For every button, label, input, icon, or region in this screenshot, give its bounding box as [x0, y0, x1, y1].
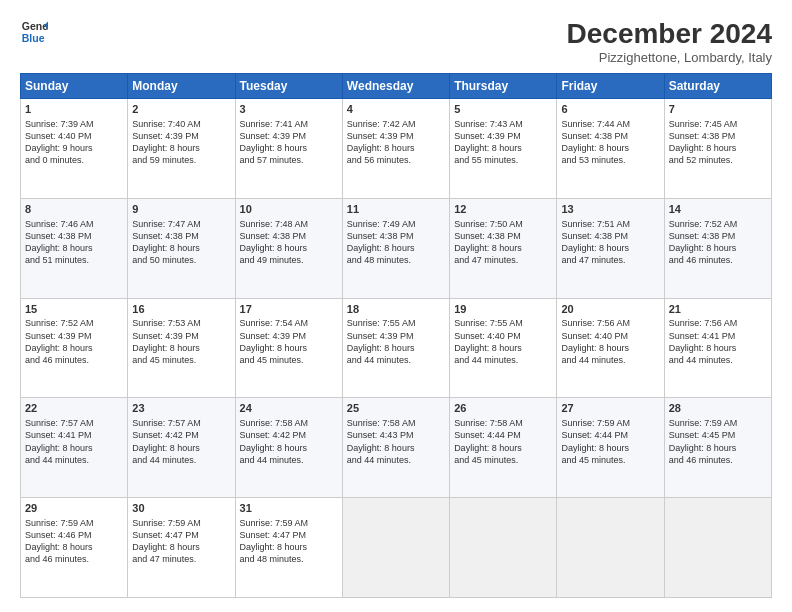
- day-info: and 46 minutes.: [25, 354, 123, 366]
- table-row: 8Sunrise: 7:46 AMSunset: 4:38 PMDaylight…: [21, 198, 128, 298]
- day-info: Sunset: 4:39 PM: [132, 130, 230, 142]
- month-title: December 2024: [567, 18, 772, 50]
- table-row: 21Sunrise: 7:56 AMSunset: 4:41 PMDayligh…: [664, 298, 771, 398]
- day-info: and 44 minutes.: [669, 354, 767, 366]
- table-row: 22Sunrise: 7:57 AMSunset: 4:41 PMDayligh…: [21, 398, 128, 498]
- day-info: and 45 minutes.: [454, 454, 552, 466]
- day-info: Daylight: 8 hours: [561, 142, 659, 154]
- day-info: Daylight: 8 hours: [25, 342, 123, 354]
- day-info: Daylight: 8 hours: [669, 142, 767, 154]
- day-info: Sunset: 4:42 PM: [240, 429, 338, 441]
- day-info: and 48 minutes.: [240, 553, 338, 565]
- day-number: 20: [561, 302, 659, 317]
- col-thursday: Thursday: [450, 74, 557, 99]
- day-number: 24: [240, 401, 338, 416]
- day-number: 18: [347, 302, 445, 317]
- day-info: Sunset: 4:39 PM: [240, 130, 338, 142]
- table-row: 4Sunrise: 7:42 AMSunset: 4:39 PMDaylight…: [342, 99, 449, 199]
- day-info: and 45 minutes.: [561, 454, 659, 466]
- day-info: Sunrise: 7:48 AM: [240, 218, 338, 230]
- day-info: Sunrise: 7:56 AM: [669, 317, 767, 329]
- day-info: Sunset: 4:38 PM: [454, 230, 552, 242]
- day-info: and 44 minutes.: [347, 354, 445, 366]
- day-number: 11: [347, 202, 445, 217]
- day-info: and 45 minutes.: [132, 354, 230, 366]
- header: General Blue December 2024 Pizzighettone…: [20, 18, 772, 65]
- day-info: Daylight: 8 hours: [561, 442, 659, 454]
- col-saturday: Saturday: [664, 74, 771, 99]
- day-number: 7: [669, 102, 767, 117]
- day-info: Sunset: 4:43 PM: [347, 429, 445, 441]
- day-info: Daylight: 8 hours: [132, 541, 230, 553]
- day-info: and 46 minutes.: [669, 454, 767, 466]
- table-row: [450, 498, 557, 598]
- day-info: and 47 minutes.: [561, 254, 659, 266]
- day-info: Daylight: 8 hours: [25, 442, 123, 454]
- day-info: Sunrise: 7:57 AM: [132, 417, 230, 429]
- day-info: and 50 minutes.: [132, 254, 230, 266]
- day-info: and 47 minutes.: [454, 254, 552, 266]
- day-info: Sunset: 4:46 PM: [25, 529, 123, 541]
- table-row: 20Sunrise: 7:56 AMSunset: 4:40 PMDayligh…: [557, 298, 664, 398]
- day-info: Sunset: 4:38 PM: [25, 230, 123, 242]
- day-number: 17: [240, 302, 338, 317]
- day-info: Sunrise: 7:59 AM: [132, 517, 230, 529]
- day-info: Sunset: 4:38 PM: [240, 230, 338, 242]
- day-info: Sunrise: 7:46 AM: [25, 218, 123, 230]
- day-info: Sunrise: 7:59 AM: [240, 517, 338, 529]
- day-info: Sunset: 4:39 PM: [240, 330, 338, 342]
- day-info: Sunrise: 7:59 AM: [25, 517, 123, 529]
- day-info: Sunset: 4:41 PM: [25, 429, 123, 441]
- logo-icon: General Blue: [20, 18, 48, 46]
- day-info: Sunrise: 7:51 AM: [561, 218, 659, 230]
- title-block: December 2024 Pizzighettone, Lombardy, I…: [567, 18, 772, 65]
- day-info: Daylight: 8 hours: [240, 342, 338, 354]
- day-info: and 59 minutes.: [132, 154, 230, 166]
- day-number: 3: [240, 102, 338, 117]
- day-info: Daylight: 8 hours: [454, 242, 552, 254]
- day-info: Daylight: 8 hours: [561, 342, 659, 354]
- day-number: 27: [561, 401, 659, 416]
- day-info: and 46 minutes.: [669, 254, 767, 266]
- day-info: Sunrise: 7:50 AM: [454, 218, 552, 230]
- day-info: and 48 minutes.: [347, 254, 445, 266]
- day-info: Sunset: 4:38 PM: [347, 230, 445, 242]
- col-tuesday: Tuesday: [235, 74, 342, 99]
- table-row: 13Sunrise: 7:51 AMSunset: 4:38 PMDayligh…: [557, 198, 664, 298]
- table-row: 26Sunrise: 7:58 AMSunset: 4:44 PMDayligh…: [450, 398, 557, 498]
- table-row: [557, 498, 664, 598]
- day-info: Daylight: 8 hours: [347, 442, 445, 454]
- day-info: Sunrise: 7:59 AM: [561, 417, 659, 429]
- day-info: and 44 minutes.: [347, 454, 445, 466]
- table-row: 17Sunrise: 7:54 AMSunset: 4:39 PMDayligh…: [235, 298, 342, 398]
- logo: General Blue: [20, 18, 48, 46]
- day-number: 30: [132, 501, 230, 516]
- table-row: 15Sunrise: 7:52 AMSunset: 4:39 PMDayligh…: [21, 298, 128, 398]
- table-row: [342, 498, 449, 598]
- day-info: Daylight: 8 hours: [132, 242, 230, 254]
- table-row: 7Sunrise: 7:45 AMSunset: 4:38 PMDaylight…: [664, 99, 771, 199]
- day-info: Sunset: 4:40 PM: [561, 330, 659, 342]
- col-wednesday: Wednesday: [342, 74, 449, 99]
- day-info: Sunrise: 7:59 AM: [669, 417, 767, 429]
- table-row: 24Sunrise: 7:58 AMSunset: 4:42 PMDayligh…: [235, 398, 342, 498]
- day-number: 28: [669, 401, 767, 416]
- day-number: 31: [240, 501, 338, 516]
- day-info: Daylight: 8 hours: [347, 242, 445, 254]
- day-info: Daylight: 8 hours: [454, 442, 552, 454]
- location: Pizzighettone, Lombardy, Italy: [567, 50, 772, 65]
- day-info: Daylight: 8 hours: [454, 342, 552, 354]
- day-info: Daylight: 8 hours: [132, 442, 230, 454]
- table-row: 19Sunrise: 7:55 AMSunset: 4:40 PMDayligh…: [450, 298, 557, 398]
- day-info: Daylight: 8 hours: [561, 242, 659, 254]
- day-info: and 44 minutes.: [132, 454, 230, 466]
- table-row: 31Sunrise: 7:59 AMSunset: 4:47 PMDayligh…: [235, 498, 342, 598]
- day-info: and 44 minutes.: [240, 454, 338, 466]
- calendar-header-row: Sunday Monday Tuesday Wednesday Thursday…: [21, 74, 772, 99]
- day-info: Sunrise: 7:52 AM: [25, 317, 123, 329]
- day-number: 6: [561, 102, 659, 117]
- day-info: Sunset: 4:45 PM: [669, 429, 767, 441]
- day-info: Daylight: 8 hours: [669, 242, 767, 254]
- day-info: Sunset: 4:39 PM: [347, 330, 445, 342]
- day-number: 29: [25, 501, 123, 516]
